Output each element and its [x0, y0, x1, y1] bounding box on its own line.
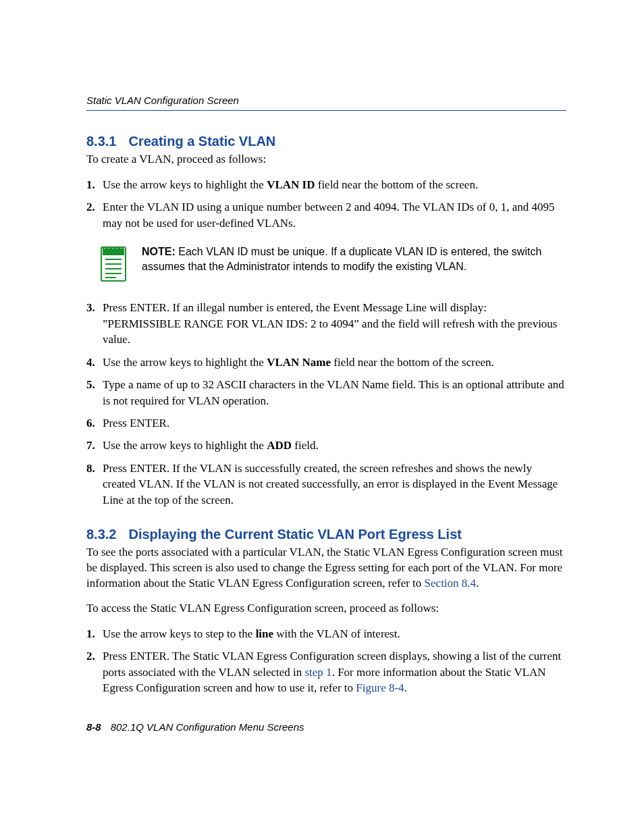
step-item: Press ENTER. If an illegal number is ent… [86, 300, 566, 347]
section-heading-8-3-2: 8.3.2Displaying the Current Static VLAN … [86, 527, 566, 542]
link-figure-8-4[interactable]: Figure 8-4 [356, 681, 404, 694]
step-item: Use the arrow keys to highlight the ADD … [86, 438, 566, 453]
step-list-2: Use the arrow keys to step to the line w… [86, 626, 566, 696]
step-text: field. [292, 439, 319, 452]
step-text: Press ENTER. If the VLAN is successfully… [103, 462, 558, 506]
step-text: with the VLAN of interest. [273, 627, 400, 640]
document-page: Static VLAN Configuration Screen 8.3.1Cr… [0, 0, 644, 834]
section-title: Creating a Static VLAN [128, 134, 275, 149]
step-item: Type a name of up to 32 ASCII characters… [86, 377, 566, 409]
footer-chapter: 802.1Q VLAN Configuration Menu Screens [111, 721, 304, 733]
step-item: Press ENTER. [86, 415, 566, 431]
step-text: Enter the VLAN ID using a unique number … [103, 201, 554, 229]
page-number: 8-8 [86, 721, 101, 733]
note-body: Each VLAN ID must be unique. If a duplic… [142, 246, 541, 272]
svg-rect-1 [103, 249, 124, 255]
intro-paragraph: To access the Static VLAN Egress Configu… [86, 601, 566, 617]
step-text: Use the arrow keys to highlight the [103, 356, 267, 369]
step-text: field near the bottom of the screen. [315, 178, 478, 191]
bold-term: VLAN Name [267, 356, 331, 369]
step-text: Use the arrow keys to highlight the [103, 178, 267, 191]
section-number: 8.3.1 [86, 134, 116, 149]
bold-term: ADD [267, 439, 292, 452]
page-footer: 8-8802.1Q VLAN Configuration Menu Screen… [86, 721, 304, 733]
link-step-1[interactable]: step 1 [304, 666, 331, 679]
step-item: Press ENTER. If the VLAN is successfully… [86, 461, 566, 508]
paragraph-text: . [476, 577, 479, 590]
note-callout: NOTE: Each VLAN ID must be unique. If a … [100, 243, 566, 285]
step-text: Type a name of up to 32 ASCII characters… [103, 378, 564, 407]
step-list-1-cont: Press ENTER. If an illegal number is ent… [86, 300, 566, 508]
link-section-8-4[interactable]: Section 8.4 [425, 577, 477, 590]
section-title: Displaying the Current Static VLAN Port … [128, 527, 461, 542]
section-heading-8-3-1: 8.3.1Creating a Static VLAN [86, 134, 566, 149]
step-item: Use the arrow keys to step to the line w… [86, 626, 566, 642]
note-label: NOTE: [142, 246, 176, 257]
bold-term: line [256, 627, 273, 640]
intro-paragraph: To see the ports associated with a parti… [86, 545, 566, 592]
step-text: Use the arrow keys to highlight the [103, 439, 267, 452]
step-text: Press ENTER. [103, 417, 169, 429]
step-item: Press ENTER. The Static VLAN Egress Conf… [86, 648, 566, 696]
paragraph-text: To see the ports associated with a parti… [86, 546, 562, 590]
step-item: Use the arrow keys to highlight the VLAN… [86, 177, 566, 192]
bold-term: VLAN ID [267, 178, 315, 191]
step-text: Press ENTER. If an illegal number is ent… [103, 301, 557, 346]
intro-paragraph: To create a VLAN, proceed as follows: [86, 152, 566, 167]
step-list-1: Use the arrow keys to highlight the VLAN… [86, 177, 566, 231]
step-item: Enter the VLAN ID using a unique number … [86, 199, 566, 231]
step-text: Use the arrow keys to step to the [103, 627, 256, 640]
section-number: 8.3.2 [86, 527, 116, 542]
note-text: NOTE: Each VLAN ID must be unique. If a … [142, 243, 566, 273]
step-text: field near the bottom of the screen. [331, 356, 494, 369]
running-header: Static VLAN Configuration Screen [86, 95, 566, 111]
step-item: Use the arrow keys to highlight the VLAN… [86, 355, 566, 370]
step-text: . [404, 681, 407, 694]
note-icon [100, 243, 130, 285]
